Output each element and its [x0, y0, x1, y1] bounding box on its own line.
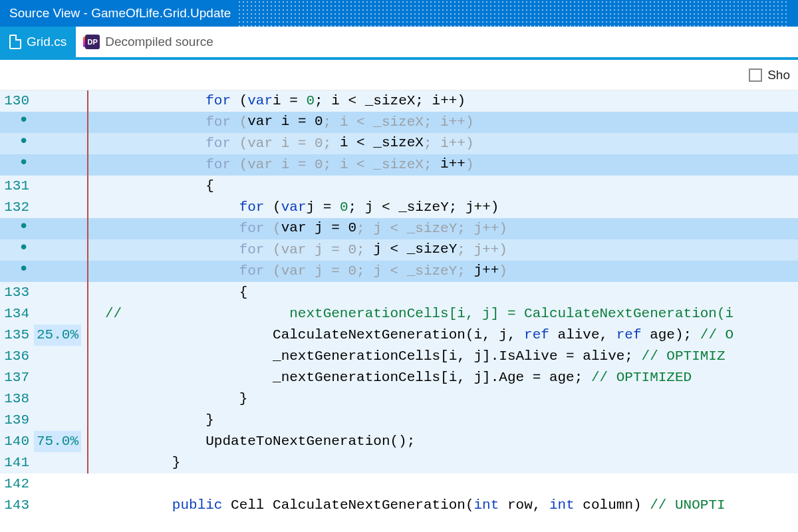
pct-gutter: 75.0%	[32, 431, 85, 452]
code-line-ghost[interactable]: for (var j = 0; j < _sizeY; j++)	[104, 239, 798, 261]
show-checkbox-label: Sho	[767, 68, 790, 82]
code-line[interactable]: _nextGenerationCells[i, j].Age = age; //…	[104, 367, 798, 388]
tab-grid-cs[interactable]: Grid.cs	[0, 27, 76, 57]
code-line[interactable]: UpdateToNextGeneration();	[104, 431, 798, 452]
tab-bar: Grid.cs DP Decompiled source	[0, 27, 798, 60]
code-line[interactable]: {	[104, 282, 798, 303]
code-line[interactable]: }	[104, 410, 798, 431]
code-line[interactable]: _nextGenerationCells[i, j].IsAlive = ali…	[104, 346, 798, 367]
code-line-ghost[interactable]: for (var i = 0; i < _sizeX; i++)	[104, 154, 798, 176]
margin	[85, 90, 104, 112]
code-line[interactable]: }	[104, 388, 798, 410]
window-title: Source View - GameOfLife.Grid.Update	[9, 6, 231, 21]
show-checkbox[interactable]	[749, 68, 762, 82]
pct-gutter	[32, 90, 85, 112]
line-number: 130	[0, 90, 32, 112]
code-line[interactable]: for (var j = 0; j < _sizeY; j++)	[104, 197, 798, 218]
titlebar-grip[interactable]	[237, 0, 789, 27]
code-line[interactable]: // nextGenerationCells[i, j] = Calculate…	[104, 303, 798, 325]
code-line[interactable]: public Cell CalculateNextGeneration(int …	[104, 495, 798, 516]
code-line-ghost[interactable]: for (var i = 0; i < _sizeX; i++)	[104, 133, 798, 154]
code-editor[interactable]: 130 for (var i = 0; i < _sizeX; i++) • f…	[0, 90, 798, 516]
pct-gutter: 25.0%	[32, 325, 85, 346]
code-line[interactable]: CalculateNextGeneration(i, j, ref alive,…	[104, 325, 798, 346]
line-number: •	[0, 112, 32, 133]
code-line[interactable]	[104, 473, 798, 495]
tab-decompiled[interactable]: DP Decompiled source	[76, 27, 223, 57]
toolbar: Sho	[0, 60, 798, 90]
tab-label: Grid.cs	[27, 35, 66, 49]
file-icon	[9, 35, 21, 49]
code-line[interactable]: }	[104, 452, 798, 473]
code-line[interactable]: {	[104, 176, 798, 197]
code-line-ghost[interactable]: for (var j = 0; j < _sizeY; j++)	[104, 261, 798, 282]
dotpeek-icon: DP	[85, 35, 100, 49]
code-line[interactable]: for (var i = 0; i < _sizeX; i++)	[104, 90, 798, 112]
code-line-ghost[interactable]: for (var i = 0; i < _sizeX; i++)	[104, 112, 798, 133]
window-titlebar: Source View - GameOfLife.Grid.Update	[0, 0, 798, 27]
code-line-ghost[interactable]: for (var j = 0; j < _sizeY; j++)	[104, 218, 798, 239]
tab-label: Decompiled source	[105, 35, 213, 49]
